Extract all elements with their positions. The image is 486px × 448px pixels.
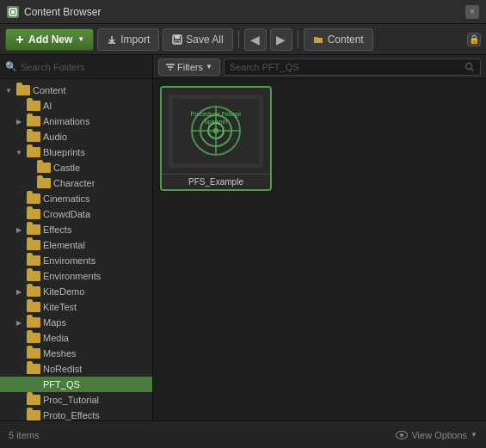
sidebar-item-elemental[interactable]: Elemental [0,237,152,253]
expand-arrow-icon: ▶ [14,288,24,296]
filters-dropdown-icon: ▼ [206,63,212,71]
sidebar-item-label: Cinematics [43,193,89,204]
svg-line-12 [471,68,474,71]
svg-rect-1 [11,10,15,14]
folder-icon [27,209,40,219]
sidebar-item-cinematics[interactable]: Cinematics [0,191,152,206]
folder-icon [27,395,40,405]
forward-button[interactable]: ▶ [270,28,292,51]
expand-arrow-icon: ▶ [14,118,24,126]
sidebar-item-maps[interactable]: ▶Maps [0,315,152,330]
folder-icon [27,379,40,390]
filters-button[interactable]: Filters ▼ [158,58,220,76]
close-button[interactable]: × [465,5,479,19]
sidebar-item-audio[interactable]: Audio [0,129,152,144]
expand-arrow-icon: ▼ [3,87,14,95]
folder-icon [37,163,51,173]
lock-icon[interactable]: 🔒 [467,33,481,46]
asset-item-pfs-example[interactable]: Procedural Foliage Spawner PFS_Example [160,86,272,191]
folder-icon [27,333,40,343]
plus-icon [15,34,25,45]
svg-rect-6 [175,35,180,39]
sidebar-item-label: Enviroments [43,255,95,266]
app-icon [7,6,19,18]
sidebar-item-label: Media [43,333,69,343]
folder-icon [27,348,40,359]
folder-icon [37,178,51,188]
toolbar-separator [238,31,239,48]
sidebar-item-label: PFT_QS [43,379,80,390]
dropdown-arrow-icon: ▼ [77,35,84,43]
folder-icon [27,302,40,312]
add-new-label: Add New [28,34,72,46]
view-options-button[interactable]: View Options ▼ [396,430,477,440]
asset-grid: Procedural Foliage Spawner PFS_Example [153,79,486,420]
expand-arrow-icon: ▼ [14,149,24,156]
save-all-button[interactable]: Save All [163,28,232,51]
import-label: Import [120,34,150,46]
status-bar: 5 items View Options ▼ [0,420,486,448]
sidebar-item-noredist[interactable]: NoRedist [0,361,152,377]
folder-icon [27,240,40,250]
folder-icon [16,85,30,95]
svg-text:Spawner: Spawner [204,119,228,126]
sidebar-item-character[interactable]: Character [0,175,152,191]
sidebar-item-animations[interactable]: ▶Animations [0,114,152,129]
search-folders-icon: 🔍 [5,61,17,72]
sidebar-item-label: Proc_Tutorial [43,395,99,405]
content-panel: Filters ▼ [153,55,486,420]
sidebar-item-effects[interactable]: ▶Effects [0,222,152,237]
sidebar-item-label: Meshes [43,348,77,359]
search-content-input[interactable] [230,62,464,72]
search-content-icon [464,62,475,72]
filters-bar: Filters ▼ [153,55,486,79]
back-button[interactable]: ◀ [244,28,267,51]
sidebar-item-label: CrowdData [43,209,90,219]
asset-name-label: PFS_Example [165,177,267,187]
folder-tree: ▼ContentAI▶AnimationsAudio▼BlueprintsCas… [0,79,152,420]
import-button[interactable]: Import [97,28,159,51]
sidebar-item-proc_tutorial[interactable]: Proc_Tutorial [0,392,152,408]
asset-thumbnail: Procedural Foliage Spawner [162,88,270,174]
sidebar-item-crowddata[interactable]: CrowdData [0,206,152,222]
import-icon [107,34,117,45]
search-content-bar[interactable] [224,58,481,76]
sidebar-item-kitedemo[interactable]: ▶KiteDemo [0,284,152,299]
asset-label-area: PFS_Example [162,174,270,189]
sidebar-item-label: Maps [43,317,66,328]
folder-icon [27,193,40,204]
filters-label: Filters [177,62,203,72]
view-options-dropdown-icon: ▼ [471,431,477,439]
sidebar-item-blueprints[interactable]: ▼Blueprints [0,144,152,160]
asset-thumbnail-inner: Procedural Foliage Spawner [169,95,263,168]
sidebar-item-label: Castle [53,163,80,173]
sidebar-item-label: Effects [43,224,71,235]
folder-icon [27,255,40,266]
svg-point-11 [466,63,472,69]
sidebar-item-meshes[interactable]: Meshes [0,346,152,361]
sidebar-item-proto_effects[interactable]: Proto_Effects [0,408,152,420]
sidebar-item-label: NoRedist [43,364,82,374]
title-bar: Content Browser × [0,0,486,24]
sidebar-item-environments[interactable]: Environments [0,268,152,284]
folder-icon [27,224,40,235]
search-folders-input[interactable] [21,62,147,72]
save-icon [172,34,182,45]
sidebar-item-label: Character [53,178,95,188]
content-breadcrumb[interactable]: Content [304,28,373,51]
sidebar-item-media[interactable]: Media [0,330,152,346]
add-new-button[interactable]: Add New ▼ [5,28,94,51]
view-options-label: View Options [411,430,467,440]
search-folders-bar: 🔍 [0,55,152,79]
sidebar-item-pft_qs[interactable]: PFT_QS [0,377,152,392]
filter-icon [166,64,175,71]
sidebar-item-kitetest[interactable]: KiteTest [0,299,152,315]
sidebar-item-label: KiteDemo [43,286,84,297]
folder-icon [27,101,40,111]
sidebar-item-enviroments[interactable]: Enviroments [0,253,152,268]
sidebar-item-content[interactable]: ▼Content [0,83,152,98]
sidebar-item-ai[interactable]: AI [0,98,152,114]
sidebar-item-label: Audio [43,132,67,142]
sidebar-item-castle[interactable]: Castle [0,160,152,175]
sidebar-item-label: Blueprints [43,147,85,157]
